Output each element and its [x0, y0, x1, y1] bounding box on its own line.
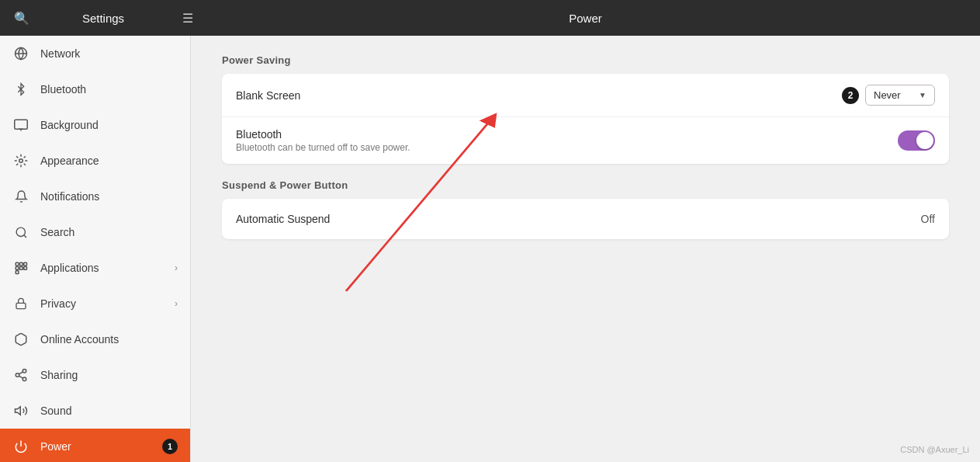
svg-rect-11	[16, 267, 19, 270]
sidebar-item-sharing[interactable]: Sharing	[0, 357, 190, 393]
power-saving-card: Blank Screen 2 Never ▼ Bluetooth Bluetoo…	[222, 74, 949, 164]
sharing-icon	[12, 366, 29, 384]
privacy-icon	[12, 295, 29, 312]
sidebar-item-sound[interactable]: Sound	[0, 393, 190, 429]
svg-marker-21	[16, 407, 21, 415]
bluetooth-toggle[interactable]	[898, 130, 935, 151]
svg-line-7	[23, 234, 26, 237]
appearance-icon	[12, 152, 29, 169]
sidebar-item-applications[interactable]: Applications ›	[0, 250, 190, 286]
bluetooth-power-label: Bluetooth	[236, 128, 410, 141]
blank-screen-dropdown[interactable]: Never ▼	[865, 85, 935, 106]
sidebar-label-privacy: Privacy	[40, 297, 175, 310]
online-accounts-icon	[12, 331, 29, 348]
bluetooth-icon	[12, 81, 29, 98]
sidebar-label-applications: Applications	[40, 262, 175, 274]
power-icon	[12, 438, 29, 455]
search-sidebar-icon	[12, 224, 29, 241]
watermark: CSDN @Axuer_Li	[900, 445, 969, 454]
main-content: Power Saving Blank Screen 2 Never ▼ Blue…	[191, 36, 980, 462]
bluetooth-power-row: Bluetooth Bluetooth can be turned off to…	[222, 117, 949, 164]
svg-rect-13	[24, 267, 27, 270]
page-title: Power	[200, 12, 971, 25]
svg-line-19	[19, 376, 23, 378]
sidebar-label-background: Background	[40, 119, 178, 131]
sidebar-label-search: Search	[40, 226, 178, 238]
notifications-icon	[12, 188, 29, 205]
svg-rect-10	[24, 262, 27, 266]
sound-icon	[12, 402, 29, 419]
sidebar-label-sharing: Sharing	[40, 369, 178, 381]
background-icon	[12, 116, 29, 134]
automatic-suspend-value: Off	[921, 213, 935, 225]
sidebar-item-notifications[interactable]: Notifications	[0, 179, 190, 214]
network-icon	[12, 45, 29, 62]
app-title: Settings	[34, 12, 172, 25]
sidebar-label-appearance: Appearance	[40, 155, 178, 167]
svg-point-16	[23, 370, 26, 373]
sidebar-label-notifications: Notifications	[40, 190, 178, 203]
sidebar-item-search[interactable]: Search	[0, 214, 190, 250]
applications-icon	[12, 259, 29, 276]
sidebar-label-network: Network	[40, 47, 178, 60]
sidebar-item-online-accounts[interactable]: Online Accounts	[0, 321, 190, 357]
bluetooth-toggle-container	[898, 130, 935, 151]
svg-point-18	[23, 377, 26, 381]
sidebar-label-online-accounts: Online Accounts	[40, 333, 178, 346]
power-saving-title: Power Saving	[222, 54, 949, 66]
dropdown-value: Never	[874, 89, 901, 101]
dropdown-arrow-icon: ▼	[919, 91, 926, 99]
search-icon: 🔍	[14, 11, 29, 26]
sidebar-item-power[interactable]: Power 1	[0, 429, 190, 462]
svg-point-17	[16, 373, 19, 377]
sidebar-item-background[interactable]: Background	[0, 107, 190, 143]
automatic-suspend-row[interactable]: Automatic Suspend Off	[222, 199, 949, 239]
header-left: 🔍 Settings ☰	[9, 5, 200, 30]
sidebar-label-bluetooth: Bluetooth	[40, 83, 178, 96]
header: 🔍 Settings ☰ Power	[0, 0, 980, 36]
svg-line-20	[19, 372, 23, 374]
privacy-chevron: ›	[175, 298, 178, 309]
sidebar-item-bluetooth[interactable]: Bluetooth	[0, 71, 190, 107]
suspend-title: Suspend & Power Button	[222, 179, 949, 191]
blank-screen-row: Blank Screen 2 Never ▼	[222, 74, 949, 117]
svg-rect-9	[20, 262, 23, 266]
svg-rect-15	[16, 303, 26, 308]
svg-rect-12	[20, 267, 23, 270]
svg-rect-2	[15, 120, 28, 129]
blank-screen-label: Blank Screen	[236, 89, 842, 102]
sidebar-item-appearance[interactable]: Appearance	[0, 143, 190, 179]
svg-point-5	[19, 159, 23, 163]
menu-button[interactable]: ☰	[175, 5, 200, 30]
menu-icon: ☰	[182, 11, 193, 26]
sidebar-label-sound: Sound	[40, 405, 178, 417]
svg-point-6	[16, 228, 25, 236]
toggle-knob	[916, 132, 933, 149]
bluetooth-power-sub: Bluetooth can be turned off to save powe…	[236, 142, 410, 153]
automatic-suspend-label: Automatic Suspend	[236, 213, 921, 225]
body: Network Bluetooth Background Appearance	[0, 36, 980, 462]
suspend-card: Automatic Suspend Off	[222, 199, 949, 239]
svg-rect-8	[16, 262, 19, 266]
sidebar-item-privacy[interactable]: Privacy ›	[0, 286, 190, 321]
sidebar: Network Bluetooth Background Appearance	[0, 36, 191, 462]
bluetooth-power-info: Bluetooth Bluetooth can be turned off to…	[236, 128, 410, 153]
svg-rect-14	[16, 271, 19, 274]
blank-screen-badge: 2	[842, 87, 859, 104]
search-button[interactable]: 🔍	[9, 5, 34, 30]
sidebar-label-power: Power	[40, 440, 158, 453]
applications-chevron: ›	[175, 262, 178, 273]
sidebar-item-network[interactable]: Network	[0, 36, 190, 71]
blank-screen-controls: 2 Never ▼	[842, 85, 935, 106]
power-badge: 1	[162, 439, 178, 454]
